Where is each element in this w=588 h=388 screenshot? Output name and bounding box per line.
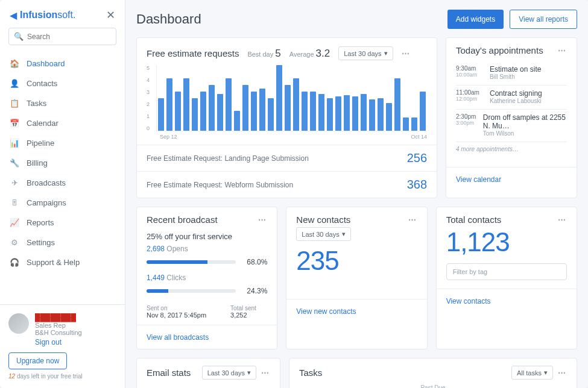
estats-menu[interactable]: ⋯ [261, 368, 270, 377]
chart-bar [352, 96, 358, 131]
sidebar-item-tasks[interactable]: 📋Tasks [0, 93, 125, 113]
chart-bar [285, 85, 291, 131]
totc-title: Total contacts [446, 214, 502, 225]
sidebar-item-billing[interactable]: 🔧Billing [0, 153, 125, 173]
avatar[interactable] [8, 313, 29, 334]
card-email-stats: Email stats Last 30 days ▾ ⋯ Total sent … [136, 358, 280, 388]
tasks-filter-select[interactable]: All tasks ▾ [511, 366, 553, 380]
tasks-menu[interactable]: ⋯ [558, 368, 567, 377]
clipboard-icon: 📋 [10, 99, 19, 108]
chart-bar [242, 85, 248, 131]
nav-label: Calendar [27, 119, 58, 128]
chart-bar [183, 78, 189, 131]
chart-bar [386, 103, 392, 131]
chevron-down-icon: ▾ [247, 369, 251, 377]
chart-bar [420, 92, 426, 131]
sidebar-item-settings[interactable]: ⚙Settings [0, 233, 125, 252]
sidebar-item-reports[interactable]: 📈Reports [0, 213, 125, 233]
sidebar-item-campaigns[interactable]: 🎚Campaigns [0, 193, 125, 213]
appointment-item[interactable]: 2:30pm3:00pmDrom off samples at 2255 N. … [456, 110, 567, 142]
totc-menu[interactable]: ⋯ [558, 215, 567, 224]
appointments-more[interactable]: 4 more appointments… [456, 142, 567, 158]
appointment-item[interactable]: 9:30am10:00amEstimate on siteBill Smith [456, 61, 567, 86]
sidebar-item-pipeline[interactable]: 📊Pipeline [0, 133, 125, 153]
logo-icon: ◀ [10, 10, 17, 21]
nav-label: Contacts [27, 79, 57, 88]
view-new-contacts-link[interactable]: View new contacts [296, 307, 356, 316]
sidebar-item-broadcasts[interactable]: ✈Broadcasts [0, 173, 125, 193]
fer-stats: Best day 5 Average 3.2 [247, 48, 330, 60]
user-name-redacted: ████████ [35, 313, 82, 322]
view-broadcasts-link[interactable]: View all broadcasts [147, 333, 209, 342]
fer-range-select[interactable]: Last 30 days ▾ [338, 46, 393, 60]
fer-chart: 543210 Sep 12Oct 14 [137, 63, 437, 145]
home-icon: 🏠 [10, 59, 19, 68]
fer-stat-landing-value: 256 [407, 151, 427, 165]
chart-bar [394, 78, 400, 131]
wrench-icon: 🔧 [10, 158, 19, 167]
search-box[interactable]: 🔍 [8, 28, 116, 45]
appointment-item[interactable]: 11:00am12:00pmContract signingKatherine … [456, 86, 567, 110]
chevron-down-icon: ▾ [342, 230, 346, 238]
brand-logo[interactable]: ◀ Infusionsoft. [10, 10, 75, 21]
nav-list: 🏠Dashboard👤Contacts📋Tasks📅Calendar📊Pipel… [0, 51, 125, 304]
view-calendar-link[interactable]: View calendar [456, 175, 501, 184]
sidebar-item-contacts[interactable]: 👤Contacts [0, 74, 125, 93]
user-panel: ████████ Sales Rep B&H Consulting Sign o… [0, 304, 125, 388]
clicks-pct: 24.3% [241, 287, 267, 295]
nav-label: Pipeline [27, 139, 54, 148]
chart-bar [369, 99, 375, 131]
filter-tag-input[interactable]: Filter by tag [446, 263, 567, 280]
nav-label: Reports [27, 218, 54, 227]
trial-note: 12 days left in your free trial [8, 373, 116, 380]
chart-bar [411, 117, 417, 131]
card-total-contacts: Total contacts ⋯ 1,123 Filter by tag Vie… [436, 207, 577, 349]
upgrade-button[interactable]: Upgrade now [8, 352, 67, 369]
fer-menu[interactable]: ⋯ [402, 49, 411, 58]
sidebar-item-dashboard[interactable]: 🏠Dashboard [0, 54, 125, 74]
user-org: B&H Consulting [35, 329, 82, 336]
search-input[interactable] [27, 33, 111, 41]
appts-menu[interactable]: ⋯ [558, 46, 567, 55]
chart-x-axis: Sep 12Oct 14 [147, 134, 427, 140]
search-icon: 🔍 [14, 32, 24, 41]
appts-list: 9:30am10:00amEstimate on siteBill Smith1… [446, 58, 577, 167]
card-recent-broadcast: Recent broadcast ⋯ 25% off your first se… [136, 207, 277, 349]
chart-bar [361, 94, 367, 131]
chart-bar [217, 94, 223, 131]
view-contacts-link[interactable]: View contacts [446, 297, 491, 305]
newc-menu[interactable]: ⋯ [408, 215, 417, 224]
sidebar-head: ◀ Infusionsoft. ✕ [0, 0, 125, 28]
chart-bar [226, 78, 232, 131]
chart-bar [335, 96, 341, 131]
estats-range-select[interactable]: Last 30 days ▾ [202, 366, 256, 380]
nav-label: Tasks [27, 99, 46, 108]
card-free-estimate-requests: Free estimate requests Best day 5 Averag… [136, 37, 437, 198]
nav-label: Settings [27, 238, 55, 247]
nav-label: Dashboard [27, 59, 65, 68]
help-icon: 🎧 [10, 258, 19, 267]
sign-out-link[interactable]: Sign out [35, 338, 62, 346]
broadcast-title: Recent broadcast [147, 214, 218, 225]
newc-range-select[interactable]: Last 30 days ▾ [296, 227, 350, 241]
chart-bar [276, 65, 282, 131]
card-new-contacts: New contacts ⋯ Last 30 days ▾ 235 View n… [286, 207, 427, 349]
nav-label: Support & Help [27, 258, 80, 267]
bottom-row: Email stats Last 30 days ▾ ⋯ Total sent … [136, 358, 577, 388]
fer-stat-landing: Free Estimate Request: Landing Page Subm… [137, 145, 437, 171]
titlebar: Dashboard Add widgets View all reports [136, 10, 577, 29]
close-icon[interactable]: ✕ [106, 8, 115, 22]
sidebar-item-calendar[interactable]: 📅Calendar [0, 113, 125, 133]
add-widgets-button[interactable]: Add widgets [447, 10, 504, 29]
broadcast-subject: 25% off your first service [137, 227, 277, 242]
chart-icon: 📈 [10, 218, 19, 227]
card-tasks: Tasks All tasks ▾ ⋯ Past Due Call back a… [289, 358, 577, 388]
broadcast-menu[interactable]: ⋯ [258, 215, 267, 224]
sidebar-item-support-help[interactable]: 🎧Support & Help [0, 252, 125, 272]
chart-bar [259, 89, 265, 131]
nav-label: Billing [27, 158, 48, 167]
clicks-bar [147, 289, 236, 293]
card-appointments: Today's appointments ⋯ 9:30am10:00amEsti… [446, 37, 577, 198]
view-reports-button[interactable]: View all reports [510, 10, 577, 29]
chart-bar [251, 92, 257, 131]
